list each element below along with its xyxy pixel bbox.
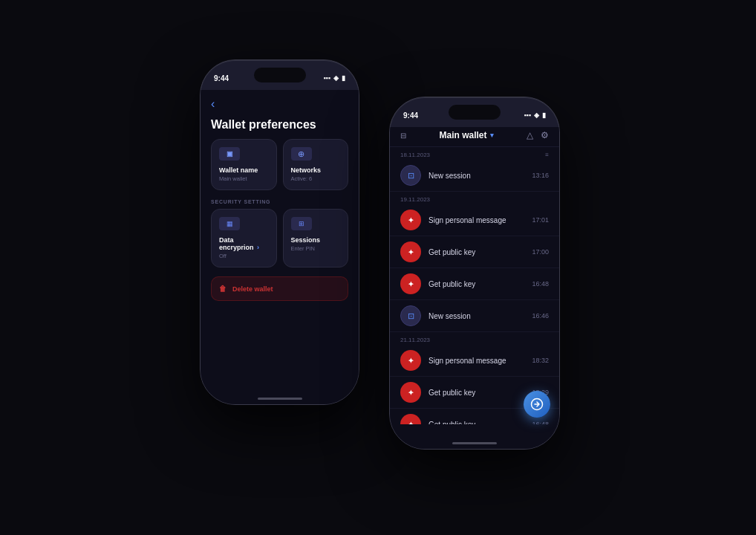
tron-glyph-3b: ✦: [408, 389, 414, 397]
item-label-pubkey-3b: Get public key: [428, 389, 532, 397]
sessions-sub: Enter PIN: [291, 245, 341, 252]
wallet-title-text: Main wallet: [439, 130, 486, 140]
signal-front-icon: ▪▪▪: [524, 111, 531, 119]
front-phone: 9:44 ▪▪▪ ◈ ▮ ⊟ Main wallet ▾ △ ⚙: [389, 97, 560, 450]
tron-glyph-2a: ✦: [408, 216, 414, 224]
data-encryption-card[interactable]: ▦ Data encryprion › Off: [211, 209, 277, 268]
tron-icon-3c: ✦: [400, 414, 421, 424]
tron-icon-2c: ✦: [400, 273, 421, 294]
battery-front-icon: ▮: [542, 111, 546, 119]
date-group-3: 21.11.2023: [390, 332, 559, 345]
list-item[interactable]: ⊡ New session 16:46: [390, 300, 559, 332]
activity-screen: ⊟ Main wallet ▾ △ ⚙ 18.11.2023 ≡: [390, 127, 559, 449]
network-icon-glyph: ⊕: [298, 149, 304, 159]
address-icon[interactable]: △: [527, 130, 533, 140]
item-time-3c: 16:48: [532, 421, 549, 424]
session-icon-1: ⊡: [400, 165, 421, 186]
status-icons-back: ▪▪▪ ◈ ▮: [323, 74, 345, 82]
session-glyph-2d: ⊡: [408, 311, 414, 321]
tron-icon-3b: ✦: [400, 382, 421, 403]
activity-header: ⊟ Main wallet ▾ △ ⚙: [390, 127, 559, 147]
item-label-pubkey-2b: Get public key: [428, 248, 532, 256]
date-group-1: 18.11.2023 ≡: [390, 147, 559, 160]
date-label-1: 18.11.2023: [400, 152, 430, 158]
list-item[interactable]: ✦ Get public key 17:00: [390, 236, 559, 268]
filter-icon-group1[interactable]: ≡: [545, 152, 549, 158]
item-time-2b: 17:00: [532, 248, 549, 256]
networks-card-icon: ⊕: [291, 147, 312, 160]
item-label-pubkey-3c: Get public key: [428, 421, 532, 425]
security-section-label: SECURITY SETTING: [211, 199, 348, 204]
item-time-2a: 17:01: [532, 216, 549, 224]
home-indicator-back: [258, 398, 302, 400]
wallet-card-icon-glyph: ▣: [227, 150, 233, 158]
date-label-3: 21.11.2023: [400, 337, 430, 343]
back-arrow-icon[interactable]: ‹: [211, 97, 215, 111]
item-time-2d: 16:46: [532, 312, 549, 320]
item-time-1: 13:16: [532, 172, 549, 179]
list-item[interactable]: ✦ Get public key 16:48: [390, 268, 559, 300]
encrypt-arrow: ›: [257, 244, 259, 251]
dynamic-island-front: [449, 105, 501, 120]
delete-wallet-icon: 🗑: [219, 285, 227, 293]
signal-icon: ▪▪▪: [323, 74, 330, 82]
wallet-name-card-sub: Main wallet: [219, 175, 269, 182]
sessions-card[interactable]: ⊞ Sessions Enter PIN: [283, 209, 349, 268]
encrypt-label: Data encryprion ›: [219, 236, 269, 251]
item-label-pubkey-2c: Get public key: [428, 280, 532, 288]
tron-icon-3a: ✦: [400, 350, 421, 371]
tron-glyph-2b: ✦: [408, 248, 414, 256]
encrypt-sub: Off: [219, 253, 269, 259]
item-time-3a: 18:32: [532, 357, 549, 364]
session-icon-2d: ⊡: [400, 305, 421, 326]
delete-wallet-button[interactable]: 🗑 Delete wallet: [211, 276, 348, 301]
status-time-back: 9:44: [214, 74, 229, 82]
back-nav: ‹: [211, 97, 348, 111]
networks-card-sub: Active: 6: [291, 175, 341, 182]
list-item[interactable]: ✦ Sign personal message 18:32: [390, 345, 559, 377]
item-time-2c: 16:48: [532, 280, 549, 288]
wallet-name-card[interactable]: ▣ Wallet name Main wallet: [211, 139, 277, 190]
list-item[interactable]: ✦ Sign personal message 17:01: [390, 204, 559, 236]
back-phone: 9:44 ▪▪▪ ◈ ▮ ‹ Wallet preferences ▣ Wall…: [200, 59, 359, 405]
date-label-2: 19.11.2023: [400, 196, 430, 203]
header-icons: △ ⚙: [527, 130, 549, 140]
networks-card-label: Networks: [291, 166, 341, 174]
encrypt-card-icon: ▦: [219, 217, 240, 230]
sessions-glyph: ⊞: [299, 220, 304, 227]
item-label-session-2d: New session: [428, 312, 532, 320]
wallet-name-card-icon: ▣: [219, 147, 240, 160]
item-label-sign-2a: Sign personal message: [428, 216, 532, 224]
filter-icon[interactable]: ⊟: [400, 132, 406, 140]
home-indicator-front: [452, 442, 497, 444]
pref-cards-grid: ▣ Wallet name Main wallet ⊕ Networks Act…: [211, 139, 348, 190]
wallet-name-card-label: Wallet name: [219, 166, 269, 174]
header-left: ⊟: [400, 132, 406, 140]
tron-icon-2b: ✦: [400, 241, 421, 262]
list-item[interactable]: ⊡ New session 13:16: [390, 160, 559, 192]
wallet-chevron-icon: ▾: [490, 132, 494, 139]
scene: 9:44 ▪▪▪ ◈ ▮ ‹ Wallet preferences ▣ Wall…: [192, 37, 564, 498]
ton-connect-button[interactable]: [524, 391, 550, 418]
status-icons-front: ▪▪▪ ◈ ▮: [524, 111, 546, 119]
dynamic-island-back: [254, 68, 306, 82]
wallet-prefs-title: Wallet preferences: [211, 118, 348, 132]
battery-icon: ▮: [342, 74, 345, 82]
tron-glyph-2c: ✦: [408, 280, 414, 288]
wifi-front-icon: ◈: [534, 111, 539, 119]
encrypt-glyph: ▦: [227, 220, 233, 227]
sessions-card-icon: ⊞: [291, 217, 312, 230]
item-label-new-session-1: New session: [428, 172, 532, 180]
item-label-sign-3a: Sign personal message: [428, 357, 532, 365]
tron-glyph-3c: ✦: [408, 421, 414, 425]
activity-list: 18.11.2023 ≡ ⊡ New session 13:16 19.11.2…: [390, 147, 559, 424]
wifi-icon: ◈: [333, 74, 339, 82]
networks-card[interactable]: ⊕ Networks Active: 6: [283, 139, 349, 190]
wallet-title-row[interactable]: Main wallet ▾: [439, 130, 493, 140]
sessions-label: Sessions: [291, 236, 341, 244]
settings-icon[interactable]: ⚙: [541, 130, 549, 140]
security-cards-grid: ▦ Data encryprion › Off ⊞ Sessions Enter…: [211, 209, 348, 268]
tron-icon-2a: ✦: [400, 210, 421, 230]
wallet-prefs-screen: ‹ Wallet preferences ▣ Wallet name Main …: [201, 90, 359, 404]
session-glyph-1: ⊡: [408, 171, 414, 181]
